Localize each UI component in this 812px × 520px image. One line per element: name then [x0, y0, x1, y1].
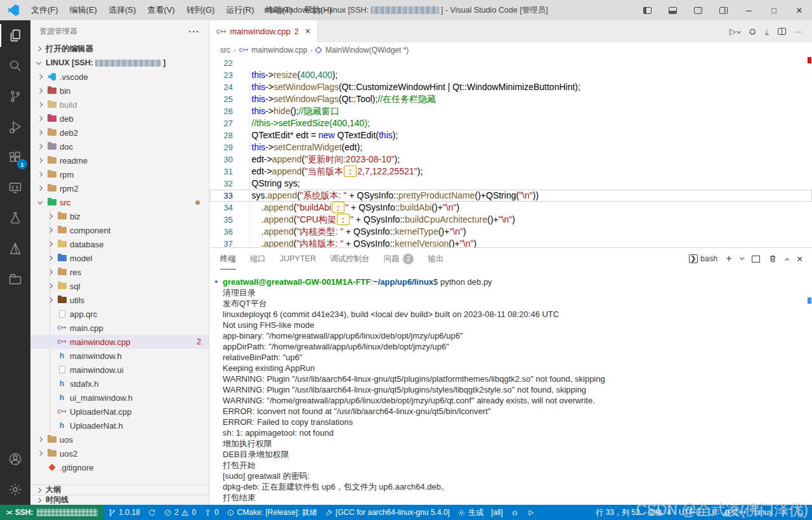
tree-item-mainwindow.ui[interactable]: mainwindow.ui	[30, 363, 209, 377]
remote-indicator[interactable]: >< SSH:	[0, 505, 104, 520]
panel-tab-终端[interactable]: 终端	[220, 248, 236, 270]
menu-选择[interactable]: 选择(S)	[103, 0, 141, 20]
terminal-output[interactable]: ●greatwall@greatwall-GW-001M1A-FTF:~/app…	[210, 270, 812, 503]
status-eol[interactable]: LF	[704, 505, 721, 520]
status-indentation[interactable]: 空格: 4	[644, 505, 675, 520]
tree-item-readme[interactable]: readme	[30, 153, 209, 167]
tree-item-app.qrc[interactable]: app.qrc	[30, 307, 209, 321]
more-actions-icon[interactable]: ···	[188, 26, 200, 37]
run-or-debug-button[interactable]: ▷	[730, 27, 740, 36]
panel-tab-调试控制台[interactable]: 调试控制台	[330, 248, 370, 270]
toggle-panel-icon[interactable]	[660, 0, 685, 20]
open-editors-section[interactable]: 打开的编辑器	[30, 42, 209, 56]
breadcrumb-item[interactable]: MainWindow(QWidget *)	[325, 46, 409, 55]
tab-mainwindow-cpp[interactable]: C++ mainwindow.cpp 2 ✕	[210, 20, 318, 42]
tree-item-stdafx.h[interactable]: hstdafx.h	[30, 377, 209, 391]
menu-转到[interactable]: 转到(G)	[181, 0, 221, 20]
tree-item-mainwindow.cpp[interactable]: C++mainwindow.cpp2	[30, 335, 209, 349]
menu-编辑[interactable]: 编辑(E)	[64, 0, 103, 20]
status-feedback[interactable]	[776, 505, 792, 520]
tree-item-component[interactable]: component	[30, 223, 209, 237]
activity-cmake-icon[interactable]	[0, 233, 30, 264]
status-git-branch[interactable]: 1.0.18	[104, 505, 143, 520]
activity-remote-explorer-icon[interactable]	[0, 172, 30, 203]
status-notifications[interactable]	[792, 505, 808, 520]
minimize-button[interactable]: ─	[736, 0, 761, 20]
tree-item-doc[interactable]: doc	[30, 140, 209, 153]
status-language-mode[interactable]: {}C++	[721, 505, 750, 520]
tree-item-rpm[interactable]: rpm	[30, 167, 209, 181]
more-actions-icon[interactable]: ···	[795, 27, 803, 36]
settings-gear-icon[interactable]: ⛭	[749, 27, 756, 37]
timeline-section[interactable]: 时间线	[30, 495, 209, 505]
tree-item-rpm2[interactable]: rpm2	[30, 181, 209, 195]
menu-查看[interactable]: 查看(V)	[141, 0, 180, 20]
breadcrumb-item[interactable]: src	[220, 46, 230, 55]
maximize-button[interactable]: □	[761, 0, 787, 20]
activity-extensions-icon[interactable]: 1	[0, 142, 30, 172]
tree-item-sql[interactable]: sql	[30, 279, 209, 293]
tree-item-bin[interactable]: bin	[30, 84, 209, 98]
tree-item-res[interactable]: res	[30, 265, 209, 279]
status-cmake-run[interactable]	[523, 505, 539, 520]
activity-project-manager-icon[interactable]	[0, 264, 30, 294]
tree-item-.gitignore[interactable]: .gitignore	[30, 460, 209, 474]
status-cmake-target[interactable]: [all]	[487, 505, 507, 520]
terminal-dropdown-icon[interactable]	[739, 256, 743, 260]
terminal-shell-selector[interactable]: ❯ bash	[689, 254, 718, 263]
menu-文件[interactable]: 文件(F)	[25, 0, 64, 20]
code-editor[interactable]: 2223 this->resize(400,400);24 this->setW…	[210, 57, 812, 247]
status-cmake-variant[interactable]: CMake: [Release]: 就绪	[223, 505, 321, 520]
close-tab-icon[interactable]: ✕	[305, 27, 311, 36]
activity-run-debug-icon[interactable]	[0, 112, 30, 142]
tree-item-deb[interactable]: deb	[30, 112, 209, 126]
tree-item-UploaderNat.h[interactable]: hUploaderNat.h	[30, 419, 209, 432]
customize-layout-icon[interactable]	[710, 0, 736, 20]
new-terminal-icon[interactable]: +	[726, 253, 731, 264]
panel-tab-JUPYTER[interactable]: JUPYTER	[280, 248, 316, 270]
status-remote-os[interactable]: Linux	[750, 505, 776, 520]
menu-运行[interactable]: 运行(R)	[220, 0, 259, 20]
tree-item-mainwindow.h[interactable]: hmainwindow.h	[30, 349, 209, 363]
close-panel-icon[interactable]: ✕	[797, 254, 803, 264]
activity-accounts-icon[interactable]	[0, 444, 30, 474]
status-git-sync[interactable]	[144, 505, 160, 520]
status-ports[interactable]: 0	[200, 505, 223, 520]
toggle-secondary-sidebar-icon[interactable]	[685, 0, 710, 20]
tree-item-uos[interactable]: uos	[30, 432, 209, 446]
tree-item-uos2[interactable]: uos2	[30, 446, 209, 460]
activity-explorer-icon[interactable]	[0, 20, 30, 51]
activity-testing-icon[interactable]	[0, 203, 30, 233]
deploy-icon[interactable]: ↓	[765, 28, 769, 35]
panel-tab-输出[interactable]: 输出	[428, 248, 443, 270]
tree-item-model[interactable]: model	[30, 251, 209, 265]
activity-search-icon[interactable]	[0, 51, 30, 81]
split-terminal-icon[interactable]	[752, 256, 760, 263]
tree-item-src[interactable]: src	[30, 195, 209, 209]
tree-item-utils[interactable]: utils	[30, 293, 209, 307]
status-cmake-build[interactable]: 生成	[454, 505, 487, 520]
tree-item-UploaderNat.cpp[interactable]: C++UploaderNat.cpp	[30, 405, 209, 419]
workspace-root-section[interactable]: LINUX [SSH: ]	[30, 56, 209, 70]
kill-terminal-icon[interactable]	[768, 254, 777, 263]
panel-tab-端口[interactable]: 端口	[250, 248, 266, 270]
status-problems[interactable]: 20	[160, 505, 200, 520]
tree-item-build[interactable]: build	[30, 98, 209, 112]
maximize-panel-icon[interactable]	[784, 257, 789, 262]
tree-item-.vscode[interactable]: .vscode	[30, 70, 209, 84]
outline-section[interactable]: 大纲	[30, 484, 209, 495]
tree-item-main.cpp[interactable]: C++main.cpp	[30, 321, 209, 335]
breadcrumb-item[interactable]: mainwindow.cpp	[251, 46, 307, 55]
tree-item-ui_mainwindow.h[interactable]: hui_mainwindow.h	[30, 391, 209, 405]
tree-item-deb2[interactable]: deb2	[30, 126, 209, 140]
tree-item-biz[interactable]: biz	[30, 209, 209, 223]
status-cmake-debug[interactable]	[507, 505, 523, 520]
close-button[interactable]: ✕	[787, 0, 812, 20]
activity-source-control-icon[interactable]	[0, 81, 30, 112]
status-cmake-kit[interactable]: [GCC for aarch64-linux-gnu 5.4.0]	[321, 505, 454, 520]
tree-item-database[interactable]: database	[30, 237, 209, 251]
status-cursor-position[interactable]: 行 33，列 52	[592, 505, 643, 520]
toggle-sidebar-icon[interactable]	[634, 0, 660, 20]
split-editor-icon[interactable]	[778, 28, 786, 35]
panel-tab-问题[interactable]: 问题2	[383, 248, 414, 270]
